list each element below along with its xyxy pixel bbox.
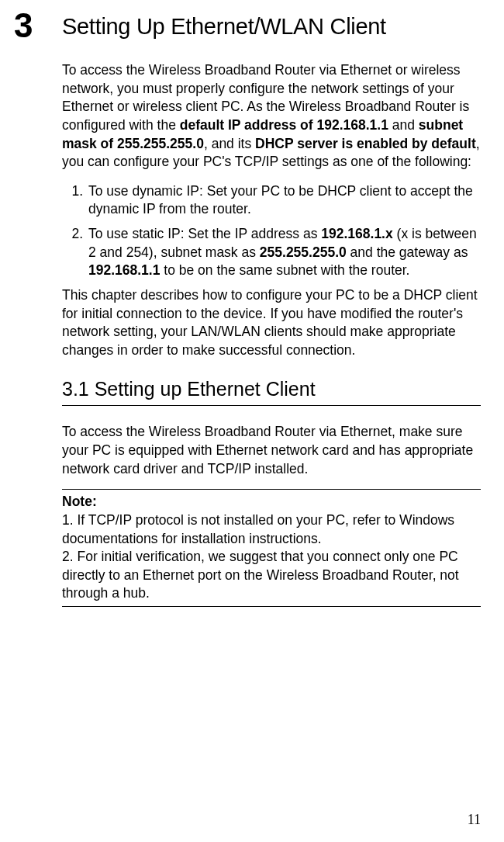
setup-options-list: To use dynamic IP: Set your PC to be DHC… — [62, 182, 481, 280]
chapter-title: Setting Up Ethernet/WLAN Client — [62, 0, 481, 61]
intro-bold-dhcp: DHCP server is enabled by default — [255, 136, 476, 151]
note-block: Note: 1. If TCP/IP protocol is not insta… — [62, 489, 481, 607]
after-list-paragraph: This chapter describes how to configure … — [62, 286, 481, 360]
intro-text: and — [388, 117, 419, 133]
note-label: Note: — [62, 494, 97, 509]
list-item-bold: 255.255.255.0 — [260, 244, 347, 260]
intro-text: , and its — [204, 136, 255, 151]
section-body: To access the Wireless Broadband Router … — [62, 423, 481, 478]
list-item: To use static IP: Set the IP address as … — [87, 225, 481, 280]
list-item: To use dynamic IP: Set your PC to be DHC… — [87, 182, 481, 219]
list-item-bold: 192.168.1.1 — [88, 262, 160, 278]
list-item-bold: 192.168.1.x — [321, 226, 392, 241]
section-heading: 3.1 Setting up Ethernet Client — [62, 378, 481, 406]
note-line: 1. If TCP/IP protocol is not installed o… — [62, 511, 481, 548]
page-number: 11 — [468, 812, 481, 828]
list-item-text: to be on the same subnet with the router… — [160, 262, 409, 278]
intro-bold-ip: default IP address of 192.168.1.1 — [180, 117, 388, 133]
note-line: 2. For initial verification, we suggest … — [62, 548, 481, 603]
list-item-text: To use static IP: Set the IP address as — [88, 226, 321, 241]
intro-paragraph: To access the Wireless Broadband Router … — [62, 61, 481, 172]
chapter-number: 3 — [14, 6, 33, 45]
list-item-text: and the gateway as — [347, 244, 468, 260]
